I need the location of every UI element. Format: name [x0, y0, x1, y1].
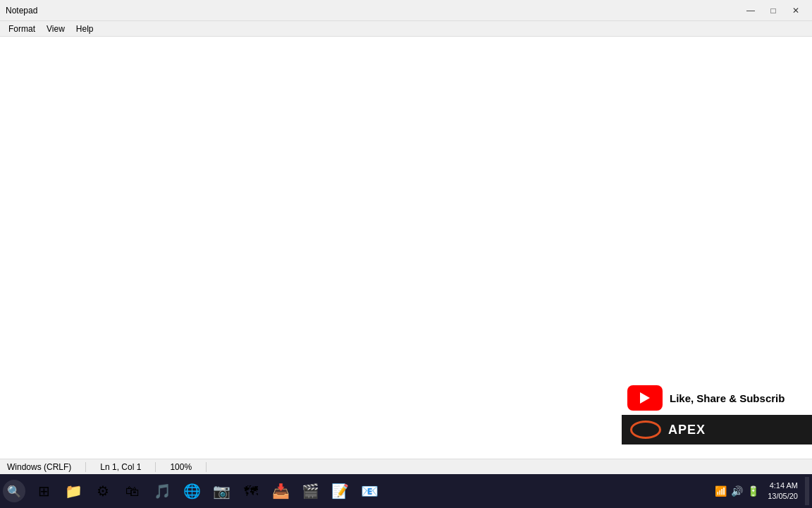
notepad-icon: 📝 [331, 483, 349, 500]
settings-icon: ⚙ [97, 483, 109, 500]
status-zoom: 100% [156, 462, 207, 472]
volume-icon[interactable]: 🔊 [731, 485, 743, 497]
mail-icon: 📧 [361, 483, 379, 500]
media-player-icon: 🎵 [154, 483, 171, 500]
downloads-icon: 📥 [272, 483, 290, 500]
battery-icon[interactable]: 🔋 [747, 485, 759, 497]
editor-area: Like, Share & Subscrib APEX [0, 37, 812, 459]
maximize-button[interactable]: □ [763, 4, 784, 18]
file-explorer-icon: 📁 [65, 483, 82, 500]
media-player-button[interactable]: 🎵 [148, 477, 176, 505]
notepad-button[interactable]: 📝 [326, 477, 354, 505]
maps-button[interactable]: 🗺 [237, 477, 265, 505]
minimize-button[interactable]: — [740, 4, 761, 18]
clock-date: 13/05/20 [768, 491, 798, 502]
title-text: Notepad [6, 6, 37, 16]
menu-format[interactable]: Format [3, 23, 41, 35]
search-icon: 🔍 [7, 485, 21, 498]
camera-button[interactable]: 📷 [207, 477, 235, 505]
menu-bar: Format View Help [0, 21, 812, 37]
store-button[interactable]: 🛍 [118, 477, 147, 505]
task-view-icon: ⊞ [38, 483, 50, 500]
video-editor-button[interactable]: 🎬 [296, 477, 324, 505]
chrome-button[interactable]: 🌐 [178, 477, 206, 505]
menu-view[interactable]: View [41, 23, 70, 35]
show-desktop-button[interactable] [805, 477, 809, 505]
settings-button[interactable]: ⚙ [89, 477, 117, 505]
mail-button[interactable]: 📧 [355, 477, 383, 505]
camera-icon: 📷 [213, 483, 230, 500]
clock-time: 4:14 AM [770, 480, 798, 491]
network-icon[interactable]: 📶 [715, 485, 727, 497]
close-button[interactable]: ✕ [785, 4, 806, 18]
store-icon: 🛍 [125, 483, 140, 500]
taskbar: 🔍 ⊞ 📁 ⚙ 🛍 🎵 🌐 📷 🗺 📥 🎬 [0, 474, 812, 508]
editor-textarea[interactable] [0, 37, 812, 459]
chrome-icon: 🌐 [183, 483, 201, 500]
status-encoding: Windows (CRLF) [7, 462, 86, 472]
video-editor-icon: 🎬 [302, 483, 319, 500]
title-bar: Notepad — □ ✕ [0, 0, 812, 21]
status-position: Ln 1, Col 1 [86, 462, 156, 472]
maps-icon: 🗺 [244, 483, 258, 500]
system-tray: 📶 🔊 🔋 [709, 485, 765, 497]
clock-area[interactable]: 4:14 AM 13/05/20 [768, 480, 802, 502]
status-bar: Windows (CRLF) Ln 1, Col 1 100% [0, 459, 812, 474]
file-explorer-button[interactable]: 📁 [59, 477, 87, 505]
menu-help[interactable]: Help [70, 23, 99, 35]
taskbar-search[interactable]: 🔍 [3, 480, 25, 502]
task-view-button[interactable]: ⊞ [30, 477, 58, 505]
downloads-button[interactable]: 📥 [266, 477, 295, 505]
